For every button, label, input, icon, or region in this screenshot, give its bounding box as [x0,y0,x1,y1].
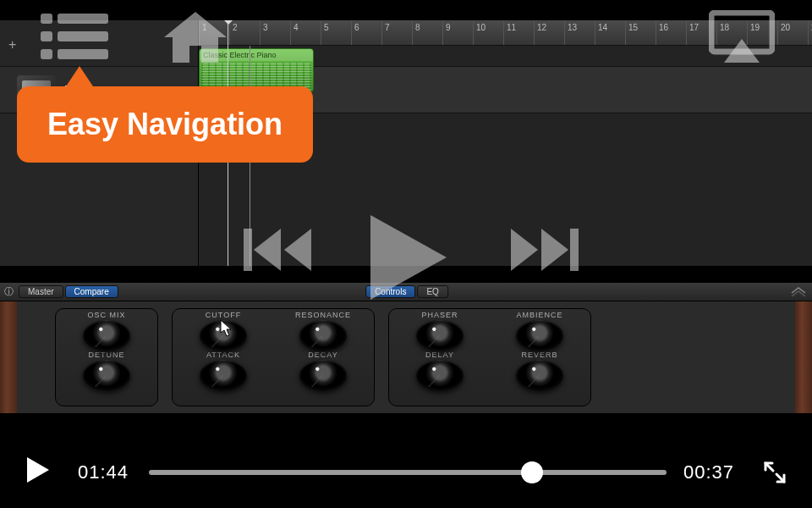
ruler-tick[interactable]: 2 [229,20,260,45]
ruler-tick[interactable]: 3 [260,20,290,45]
ruler-tick[interactable]: 14 [595,20,625,45]
svg-rect-8 [570,229,579,271]
knob-cell: RESONANCE [284,311,362,351]
ruler-tick[interactable]: 7 [381,20,412,45]
svg-rect-1 [58,14,108,24]
ruler-tick[interactable]: 13 [564,20,595,45]
ruler-tick[interactable]: 9 [442,20,473,45]
add-track-button[interactable]: + [8,37,16,52]
knob-cell: ATTACK [184,351,262,390]
ruler-tick[interactable]: 8 [412,20,442,45]
knob-reverb[interactable] [516,360,563,390]
svg-rect-2 [41,31,52,41]
knob-cell: OSC MIX [68,311,145,351]
svg-rect-3 [58,31,108,41]
compare-button[interactable]: Compare [65,285,118,298]
knob-label: DECAY [284,351,362,359]
knob-group: CUTOFFATTACKRESONANCEDECAY [172,308,375,406]
knob-label: OSC MIX [68,311,145,319]
knob-group: OSC MIXDETUNE [55,308,158,406]
knob-cell: PHASER [401,311,479,351]
info-icon[interactable]: ⓘ [0,285,17,298]
ruler-tick[interactable]: 6 [351,20,381,45]
ruler-tick[interactable]: 21 [808,20,812,45]
knob-osc-mix[interactable] [83,320,130,351]
svg-rect-4 [41,49,52,59]
knob-label: ATTACK [184,351,262,359]
synth-panel-body: OSC MIXDETUNECUTOFFATTACKRESONANCEDECAYP… [17,301,795,413]
play-button[interactable] [25,456,54,489]
knob-resonance[interactable] [299,320,347,351]
tutorial-callout: Easy Navigation [17,86,313,163]
svg-rect-5 [58,49,108,59]
master-button[interactable]: Master [19,285,63,298]
knob-label: DELAY [401,351,479,359]
knob-delay[interactable] [416,360,464,390]
knob-phaser[interactable] [416,320,464,351]
list-icon[interactable] [41,10,108,63]
knob-label: RESONANCE [284,311,362,319]
video-control-bar: 01:44 00:37 [0,437,812,508]
wood-panel-left [0,301,17,413]
knob-cell: DETUNE [68,351,145,390]
seek-bar[interactable] [149,470,667,475]
ruler-tick[interactable]: 4 [290,20,321,45]
knob-decay[interactable] [299,360,347,390]
airplay-icon[interactable] [709,10,775,64]
remaining-time: 00:37 [683,461,734,483]
play-overlay-icon[interactable] [365,213,450,305]
skip-next-icon[interactable] [508,225,579,278]
knob-attack[interactable] [200,360,247,390]
home-icon[interactable] [162,10,228,66]
knob-cutoff[interactable] [200,320,247,351]
panel-resize-handle[interactable] [790,285,807,299]
knob-cell: REVERB [501,351,579,390]
ruler-tick[interactable]: 5 [321,20,351,45]
ruler-tick[interactable]: 12 [534,20,564,45]
knob-label: AMBIENCE [501,311,579,319]
ruler-tick[interactable]: 15 [625,20,656,45]
knob-ambience[interactable] [516,320,563,351]
svg-rect-7 [244,229,252,271]
knob-label: CUTOFF [184,311,262,319]
knob-detune[interactable] [83,360,130,390]
skip-previous-icon[interactable] [244,225,315,278]
knob-cell: AMBIENCE [501,311,579,351]
knob-label: DETUNE [68,351,145,359]
wood-panel-right [795,301,812,413]
ruler-tick[interactable]: 16 [656,20,686,45]
ruler-tick[interactable]: 20 [777,20,808,45]
knob-cell: DELAY [401,351,479,390]
knob-group: PHASERDELAYAMBIENCEREVERB [388,308,591,406]
knob-label: PHASER [401,311,479,319]
seek-thumb[interactable] [521,461,543,483]
elapsed-time: 01:44 [78,461,129,483]
svg-rect-0 [41,14,52,24]
fullscreen-button[interactable] [763,461,787,484]
knob-cell: DECAY [284,351,362,390]
ruler-tick[interactable]: 11 [503,20,534,45]
ruler-tick[interactable]: 10 [473,20,503,45]
knob-label: REVERB [501,351,579,359]
knob-cell: CUTOFF [184,311,262,351]
